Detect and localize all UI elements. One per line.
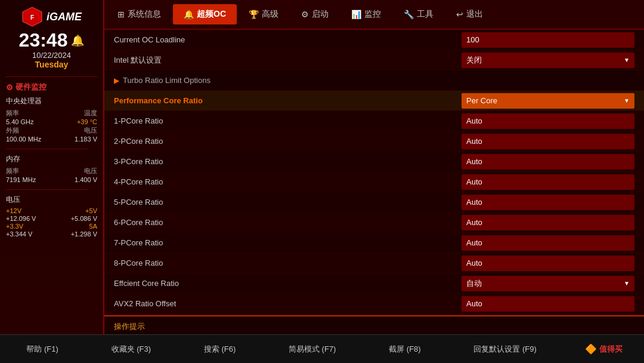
nav-tab-sysinfo[interactable]: ⊞系统信息 [107, 4, 172, 24]
igame-logo-icon: F [21, 6, 43, 27]
row-label-oc_loadline: Current OC Loadline [114, 35, 462, 44]
table-row-avx2_offset[interactable]: AVX2 Ratio OffsetAuto [104, 294, 644, 314]
sidebar-divider-2 [6, 149, 88, 149]
cpu-volt-value: 1.183 V [75, 136, 97, 143]
cpu-freq-label: 频率 [6, 109, 19, 118]
nav-tab-icon-oc: 🔔 [184, 10, 194, 19]
bottom-bar: 帮助 (F1)收藏夹 (F3)搜索 (F6)简易模式 (F7)截屏 (F8)回复… [0, 334, 644, 363]
nav-tab-icon-sysinfo: ⊞ [117, 10, 125, 19]
row-value-6pcore[interactable]: Auto [462, 215, 634, 230]
row-value-text-1pcore: Auto [466, 116, 482, 125]
v33-value: +3.344 V [6, 230, 32, 238]
cpu-ext-row: 外频 电压 [6, 126, 97, 135]
watermark: 🔶值得买 [585, 343, 623, 355]
table-row-4pcore[interactable]: 4-PCore RatioAuto [104, 172, 644, 192]
bottom-btn-restore[interactable]: 回复默认设置 (F9) [469, 342, 541, 357]
row-value-text-3pcore: Auto [466, 157, 482, 166]
table-row-effcient_core[interactable]: Effcient Core Ratio自动▼ [104, 273, 644, 294]
nav-tab-exit[interactable]: ↩退出 [445, 4, 494, 24]
table-row-5pcore[interactable]: 5-PCore RatioAuto [104, 192, 644, 213]
bottom-btn-search[interactable]: 搜索 (F6) [199, 342, 240, 357]
row-value-perf_core_ratio[interactable]: Per Core▼ [462, 93, 634, 109]
table-row-turbo_options[interactable]: ▶Turbo Ratio Limit Options [104, 70, 644, 91]
row-value-text-7pcore: Auto [466, 238, 482, 247]
table-row-3pcore[interactable]: 3-PCore RatioAuto [104, 152, 644, 172]
table-row-7pcore[interactable]: 7-PCore RatioAuto [104, 233, 644, 253]
mem-volt-label: 电压 [84, 167, 97, 176]
row-value-text-4pcore: Auto [466, 177, 482, 186]
bell-icon: 🔔 [71, 34, 84, 47]
table-row-perf_core_ratio[interactable]: Performance Core RatioPer Core▼ [104, 91, 644, 111]
bottom-btn-easy_mode[interactable]: 简易模式 (F7) [284, 342, 340, 357]
volt-section-block: 电压 +12V +5V +12.096 V +5.086 V +3.3V 5A … [6, 195, 97, 238]
row-value-7pcore[interactable]: Auto [462, 235, 634, 251]
time-display: 23:48 [19, 30, 68, 51]
volt-12-row: +12V +5V [6, 207, 97, 214]
row-value-effcient_core[interactable]: 自动▼ [462, 276, 634, 291]
nav-tab-label-exit: 退出 [466, 9, 483, 20]
nav-tab-monitor[interactable]: 📊监控 [340, 4, 392, 24]
cpu-volt-label: 电压 [84, 126, 97, 135]
time-area: 23:48 🔔 10/22/2024 Tuesday [19, 30, 85, 69]
row-value-text-5pcore: Auto [466, 198, 482, 207]
cpu-section-title: 中央处理器 [6, 96, 97, 106]
nav-tab-oc[interactable]: 🔔超频OC [173, 4, 237, 24]
hardware-section: ⚙ 硬件监控 中央处理器 频率 温度 5.40 GHz +39 °C 外频 电压… [0, 82, 103, 244]
row-value-intel_default[interactable]: 关闭▼ [462, 53, 634, 68]
row-value-text-6pcore: Auto [466, 218, 482, 227]
cpu-ext-value-row: 100.00 MHz 1.183 V [6, 136, 97, 143]
v5a-label: 5A [89, 223, 97, 230]
mem-freq-value: 7191 MHz [6, 176, 36, 183]
row-value-text-intel_default: 关闭 [466, 55, 482, 66]
settings-table[interactable]: Current OC Loadline100Intel 默认设置关闭▼▶Turb… [104, 30, 644, 315]
nav-tab-icon-exit: ↩ [456, 10, 463, 19]
table-row-6pcore[interactable]: 6-PCore RatioAuto [104, 213, 644, 233]
row-label-perf_core_ratio: Performance Core Ratio [114, 96, 462, 105]
row-value-avx2_offset[interactable]: Auto [462, 296, 634, 312]
row-value-text-perf_core_ratio: Per Core [466, 96, 497, 105]
row-value-8pcore[interactable]: Auto [462, 256, 634, 271]
mem-freq-label: 频率 [6, 167, 19, 176]
mem-section-title: 内存 [6, 154, 97, 164]
mem-labels-row: 频率 电压 [6, 167, 97, 176]
row-value-5pcore[interactable]: Auto [462, 195, 634, 210]
date-display: 10/22/2024 [19, 51, 85, 60]
nav-tab-boot[interactable]: ⚙启动 [290, 4, 339, 24]
v5-label: +5V [85, 207, 97, 214]
v5-value: +5.086 V [71, 215, 97, 222]
table-row-oc_loadline[interactable]: Current OC Loadline100 [104, 30, 644, 50]
logo-text: iGAME [47, 11, 82, 23]
row-label-intel_default: Intel 默认设置 [114, 55, 462, 66]
watermark-text: 值得买 [599, 344, 623, 355]
row-value-text-oc_loadline: 100 [466, 35, 479, 44]
row-value-2pcore[interactable]: Auto [462, 134, 634, 149]
row-value-3pcore[interactable]: Auto [462, 154, 634, 170]
row-value-4pcore[interactable]: Auto [462, 174, 634, 190]
bottom-btn-help[interactable]: 帮助 (F1) [21, 342, 63, 357]
row-value-oc_loadline[interactable]: 100 [462, 32, 634, 48]
row-label-8pcore: 8-PCore Ratio [114, 259, 462, 267]
mem-section-block: 内存 频率 电压 7191 MHz 1.400 V [6, 154, 97, 183]
cpu-temp-value: +39 °C [77, 118, 97, 125]
cpu-section-block: 中央处理器 频率 温度 5.40 GHz +39 °C 外频 电压 100.00… [6, 96, 97, 143]
dropdown-arrow-perf_core_ratio: ▼ [624, 97, 630, 104]
nav-tab-icon-advanced: 🏆 [249, 10, 259, 19]
volt-33-values-row: +3.344 V +1.298 V [6, 230, 97, 238]
table-row-intel_default[interactable]: Intel 默认设置关闭▼ [104, 50, 644, 70]
sidebar-divider-1 [5, 76, 98, 77]
sidebar: F iGAME 23:48 🔔 10/22/2024 Tuesday ⚙ 硬件监… [0, 0, 104, 363]
cpu-freq-row: 频率 温度 [6, 109, 97, 118]
row-label-1pcore: 1-PCore Ratio [114, 116, 462, 125]
dropdown-arrow-effcient_core: ▼ [624, 280, 630, 287]
row-value-1pcore[interactable]: Auto [462, 113, 634, 129]
table-row-1pcore[interactable]: 1-PCore RatioAuto [104, 111, 644, 131]
row-label-avx2_offset: AVX2 Ratio Offset [114, 299, 462, 308]
nav-tab-tools[interactable]: 🔧工具 [393, 4, 444, 24]
table-row-2pcore[interactable]: 2-PCore RatioAuto [104, 131, 644, 152]
cpu-ext-label: 外频 [6, 126, 19, 135]
nav-tab-advanced[interactable]: 🏆高级 [238, 4, 289, 24]
cpu-ext-value: 100.00 MHz [6, 136, 41, 143]
bottom-btn-favorites[interactable]: 收藏夹 (F3) [107, 342, 156, 357]
bottom-btn-screenshot[interactable]: 截屏 (F8) [384, 342, 425, 357]
table-row-8pcore[interactable]: 8-PCore RatioAuto [104, 253, 644, 273]
